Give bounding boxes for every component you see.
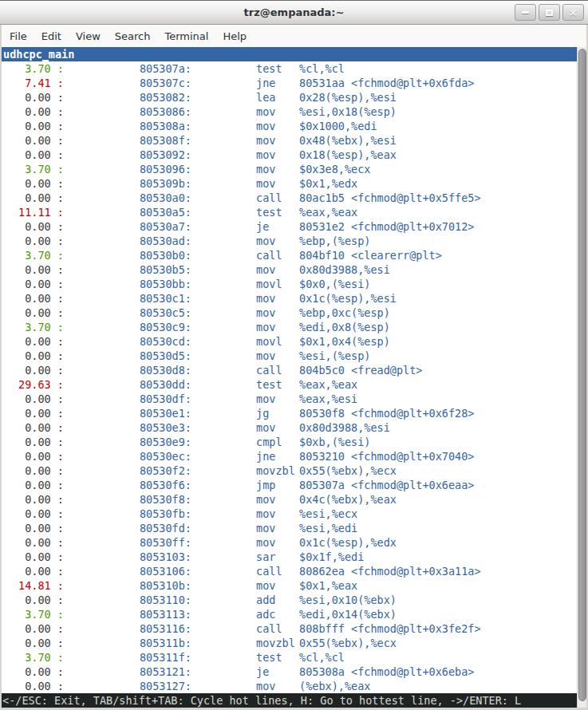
menu-item-file[interactable]: File [2, 27, 34, 45]
asm-row[interactable]: 0.00 :8053082:lea0x28(%esp),%esi [2, 90, 577, 105]
address: 80530c1: [139, 291, 191, 306]
percent: 0.00 : [2, 262, 64, 277]
address: 80530fb: [139, 507, 191, 521]
asm-row[interactable]: 14.81 :805310b:mov$0x1,%eax [2, 578, 577, 593]
menu-item-search[interactable]: Search [108, 27, 158, 45]
asm-row[interactable]: 0.00 :80530c1:mov0x1c(%esp),%esi [2, 291, 577, 306]
asm-row[interactable]: 0.00 :805311b:movzbl0x55(%ebx),%ecx [2, 636, 577, 650]
asm-row[interactable]: 0.00 :80530fd:mov%esi,%edi [2, 521, 577, 535]
asm-row[interactable]: 0.00 :80530fb:mov%esi,%ecx [2, 507, 577, 521]
minimize-button[interactable] [515, 4, 536, 21]
address: 8053110: [139, 593, 191, 607]
address: 8053092: [139, 148, 191, 162]
scrollbar[interactable] [577, 47, 586, 708]
address: 805309b: [139, 176, 191, 191]
asm-row[interactable]: 0.00 :80530df:mov%eax,%esi [2, 392, 577, 406]
asm-row[interactable]: 7.41 :805307c:jne80531aa <fchmod@plt+0x6… [2, 76, 577, 90]
address: 805311b: [139, 636, 191, 650]
asm-row[interactable]: 0.00 :8053106:call80862ea <fchmod@plt+0x… [2, 564, 577, 578]
asm-row[interactable]: 0.00 :8053116:call808bfff <fchmod@plt+0x… [2, 621, 577, 636]
title-bar[interactable]: trz@empanada:~ × [0, 0, 588, 25]
mnemonic: jne [256, 449, 299, 463]
close-button[interactable]: × [562, 4, 584, 21]
asm-row[interactable]: 0.00 :80530f6:jmp805307a <fchmod@plt+0x6… [2, 478, 577, 492]
menu-item-view[interactable]: View [69, 27, 108, 45]
mnemonic: je [256, 219, 299, 234]
asm-row[interactable]: 29.63 :80530dd:test%eax,%eax [2, 377, 577, 392]
address: 805307a: [139, 61, 191, 76]
percent: 7.41 : [2, 76, 64, 90]
operand: 804b5c0 <fread@plt> [299, 364, 422, 377]
operand: (%ebx),%eax [299, 680, 370, 692]
maximize-button[interactable] [539, 4, 560, 21]
asm-row[interactable]: 0.00 :8053127:mov(%ebx),%eax [2, 679, 577, 693]
mnemonic: mov [256, 291, 299, 306]
asm-row[interactable]: 0.00 :805308f:mov0x48(%ebx),%esi [2, 133, 577, 148]
percent: 0.00 : [2, 176, 64, 191]
menu-item-help[interactable]: Help [215, 27, 254, 45]
percent: 0.00 : [2, 363, 64, 377]
operand: $0xb,(%esi) [299, 436, 370, 448]
mnemonic: movl [256, 277, 299, 291]
percent: 0.00 : [2, 306, 64, 320]
asm-row[interactable]: 0.00 :8053121:je805308a <fchmod@plt+0x6e… [2, 665, 577, 679]
operand: 0x80d3988,%esi [299, 421, 390, 434]
operand: 80ac1b5 <fchmod@plt+0x5ffe5> [299, 191, 481, 204]
menu-item-terminal[interactable]: Terminal [157, 27, 215, 45]
asm-row[interactable]: 3.70 :80530c9:mov%edi,0x8(%esp) [2, 320, 577, 334]
scrollbar-thumb[interactable] [578, 49, 586, 701]
asm-row[interactable]: 0.00 :80530f8:mov0x4c(%ebx),%eax [2, 492, 577, 507]
asm-row[interactable]: 0.00 :80530f2:movzbl0x55(%ebx),%ecx [2, 463, 577, 478]
operand: %eax,%eax [299, 206, 357, 219]
asm-row[interactable]: 0.00 :80530c5:mov%ebp,0xc(%esp) [2, 306, 577, 320]
asm-row[interactable]: 0.00 :8053086:mov%esi,0x18(%esp) [2, 105, 577, 119]
asm-row[interactable]: 0.00 :80530ff:mov0x1c(%esp),%edx [2, 535, 577, 550]
mnemonic: movzbl [256, 636, 299, 650]
asm-row[interactable]: 3.70 :805311f:test%cl,%cl [2, 650, 577, 665]
asm-row[interactable]: 0.00 :80530d8:call804b5c0 <fread@plt> [2, 363, 577, 377]
asm-row[interactable]: 0.00 :80530b5:mov0x80d3988,%esi [2, 262, 577, 277]
asm-row[interactable]: 3.70 :8053113:adc%edi,0x14(%ebx) [2, 607, 577, 621]
asm-row[interactable]: 0.00 :8053110:add%esi,0x10(%ebx) [2, 593, 577, 607]
asm-row[interactable]: 0.00 :80530ad:mov%ebp,(%esp) [2, 234, 577, 248]
percent: 3.70 : [2, 248, 64, 262]
asm-row[interactable]: 3.70 :8053096:mov$0x3e8,%ecx [2, 162, 577, 176]
terminal-screen: udhcpc main 3.70 :805307a:test%cl,%cl7.4… [2, 47, 577, 693]
asm-row[interactable]: 11.11 :80530a5:test%eax,%eax [2, 205, 577, 219]
asm-row[interactable]: 3.70 :805307a:test%cl,%cl [2, 61, 577, 76]
asm-row[interactable]: 0.00 :805308a:mov$0x1000,%edi [2, 119, 577, 133]
asm-row[interactable]: 0.00 :80530e3:mov0x80d3988,%esi [2, 420, 577, 435]
operand: %eax,%esi [299, 392, 357, 405]
menu-item-edit[interactable]: Edit [34, 27, 69, 45]
address: 8053086: [139, 105, 191, 119]
operand: 805307a <fchmod@plt+0x6eaa> [299, 479, 474, 491]
mnemonic: mov [256, 105, 299, 119]
close-icon: × [569, 6, 578, 18]
address: 80530a0: [139, 191, 191, 205]
asm-row[interactable]: 0.00 :80530a7:je80531e2 <fchmod@plt+0x70… [2, 219, 577, 234]
address: 8053096: [139, 162, 191, 176]
mnemonic: jmp [256, 478, 299, 492]
asm-row[interactable]: 3.70 :80530b0:call804bf10 <clearerr@plt> [2, 248, 577, 262]
address: 8053116: [139, 621, 191, 636]
asm-row[interactable]: 0.00 :80530bb:movl$0x0,(%esi) [2, 277, 577, 291]
asm-row[interactable]: 0.00 :80530a0:call80ac1b5 <fchmod@plt+0x… [2, 191, 577, 205]
address: 805310b: [139, 578, 191, 593]
percent: 0.00 : [2, 449, 64, 463]
asm-row[interactable]: 0.00 :8053092:mov0x18(%esp),%eax [2, 148, 577, 162]
address: 8053103: [139, 550, 191, 564]
asm-row[interactable]: 0.00 :80530cd:movl$0x1,0x4(%esp) [2, 334, 577, 349]
address: 80530b0: [139, 248, 191, 262]
address: 80530f6: [139, 478, 191, 492]
asm-row[interactable]: 0.00 :8053103:sar$0x1f,%edi [2, 550, 577, 564]
operand: $0x1000,%edi [299, 120, 377, 132]
asm-row[interactable]: 0.00 :805309b:mov$0x1,%edx [2, 176, 577, 191]
operand: $0x1,%eax [299, 579, 357, 592]
asm-row[interactable]: 0.00 :80530e9:cmpl$0xb,(%esi) [2, 435, 577, 449]
asm-row[interactable]: 0.00 :80530d5:mov%esi,(%esp) [2, 349, 577, 363]
mnemonic: mov [256, 262, 299, 277]
asm-row[interactable]: 0.00 :80530ec:jne8053210 <fchmod@plt+0x7… [2, 449, 577, 463]
asm-row[interactable]: 0.00 :80530e1:jg80530f8 <fchmod@plt+0x6f… [2, 406, 577, 420]
percent: 0.00 : [2, 535, 64, 550]
mnemonic: jne [256, 76, 299, 90]
